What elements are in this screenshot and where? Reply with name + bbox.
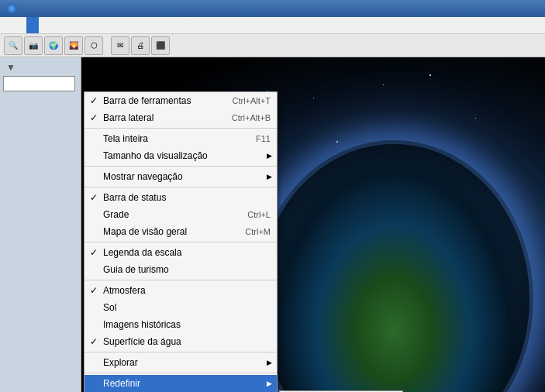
menu-imagens-historicas[interactable]: Imagens históricas xyxy=(85,316,277,333)
toolbar-btn-4[interactable]: 🌄 xyxy=(64,36,83,55)
menu-mapa-visao-geral[interactable]: Mapa de visão geral Ctrl+M xyxy=(85,223,277,240)
menu-superficie-agua[interactable]: Superfície da água xyxy=(85,333,277,350)
menu-barra-ferramentas[interactable]: Barra de ferramentas Ctrl+Alt+T xyxy=(85,92,277,109)
menu-ajuda[interactable] xyxy=(64,17,76,33)
menu-legenda-escala[interactable]: Legenda da escala xyxy=(85,244,277,261)
menu-guia-turismo[interactable]: Guia de turismo xyxy=(85,261,277,278)
separator-1 xyxy=(85,128,277,129)
menu-barra-status[interactable]: Barra de status xyxy=(85,189,277,206)
main-area: ▼ Barra de ferramentas Ctrl+Alt+T xyxy=(0,57,545,392)
separator-4 xyxy=(85,242,277,242)
separator-5 xyxy=(85,280,277,280)
search-panel: ▼ xyxy=(0,57,81,99)
search-collapse-arrow[interactable]: ▼ xyxy=(6,62,16,73)
separator-3 xyxy=(85,187,277,187)
separator-7 xyxy=(85,373,277,373)
title-bar xyxy=(0,0,545,17)
toolbar-btn-8[interactable]: ⬛ xyxy=(151,36,170,55)
menu-mostrar-navegacao[interactable]: Mostrar navegação xyxy=(85,168,277,185)
menu-visualizar[interactable] xyxy=(26,17,39,33)
toolbar-btn-1[interactable]: 🔍 xyxy=(4,36,22,55)
menu-redefinir[interactable]: Redefinir xyxy=(85,375,277,392)
menu-adicionar[interactable] xyxy=(51,17,64,33)
sidebar: ▼ xyxy=(0,57,81,392)
menu-barra-lateral[interactable]: Barra lateral Ctrl+Alt+B xyxy=(85,109,277,126)
menu-sol[interactable]: Sol xyxy=(85,299,277,316)
toolbar-btn-2[interactable]: 📷 xyxy=(24,36,43,55)
menu-ferramentas[interactable] xyxy=(39,17,51,33)
toolbar-btn-7[interactable]: 🖨 xyxy=(131,36,150,55)
menu-editar[interactable] xyxy=(14,17,26,33)
menu-explorar[interactable]: Explorar xyxy=(85,354,277,371)
menu-bar xyxy=(0,17,545,34)
menu-arquivo[interactable] xyxy=(2,17,14,33)
search-input[interactable] xyxy=(3,76,75,91)
toolbar-btn-6[interactable]: ✉ xyxy=(111,36,129,55)
toolbar-btn-3[interactable]: 🌍 xyxy=(44,36,63,55)
toolbar-btn-5[interactable]: ⬡ xyxy=(85,36,103,55)
search-header: ▼ xyxy=(3,60,78,74)
separator-6 xyxy=(85,352,277,352)
app-icon xyxy=(6,3,17,14)
menu-tela-inteira[interactable]: Tela inteira F11 xyxy=(85,130,277,147)
toolbar: 🔍 📷 🌍 🌄 ⬡ ✉ 🖨 ⬛ xyxy=(0,34,545,57)
separator-2 xyxy=(85,166,277,167)
search-placeholder-text xyxy=(3,93,78,96)
menu-tamanho-visualizacao[interactable]: Tamanho da visualização xyxy=(85,147,277,164)
menu-grade[interactable]: Grade Ctrl+L xyxy=(85,206,277,223)
menu-atmosfera[interactable]: Atmosfera xyxy=(85,282,277,299)
visualizar-dropdown: Barra de ferramentas Ctrl+Alt+T Barra la… xyxy=(84,91,278,392)
